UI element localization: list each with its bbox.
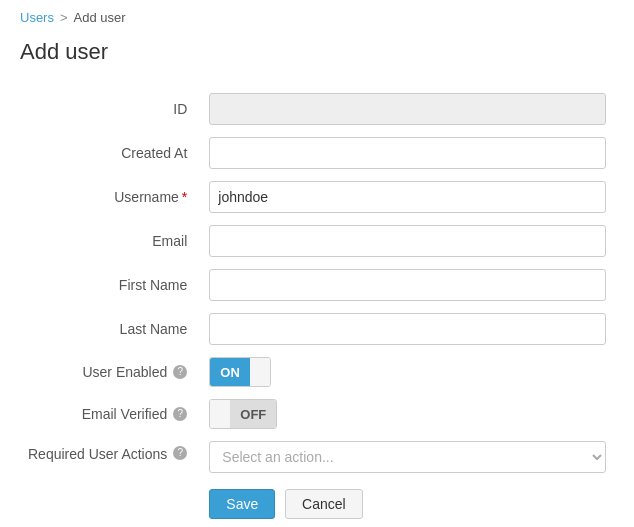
username-input[interactable] <box>209 181 606 213</box>
email-input[interactable] <box>209 225 606 257</box>
email-verified-on-button[interactable] <box>210 400 230 428</box>
email-verified-toggle[interactable]: OFF <box>209 399 277 429</box>
form-row-created-at: Created At <box>20 131 614 175</box>
first-name-input[interactable] <box>209 269 606 301</box>
created-at-label: Created At <box>20 131 201 175</box>
form-row-required-actions: Required User Actions ? Select an action… <box>20 435 614 479</box>
form-row-id: ID <box>20 87 614 131</box>
save-button[interactable]: Save <box>209 489 275 519</box>
form-row-email: Email <box>20 219 614 263</box>
id-input <box>209 93 606 125</box>
user-enabled-off-button[interactable] <box>250 358 270 386</box>
email-verified-off-button[interactable]: OFF <box>230 400 276 428</box>
required-actions-help-icon[interactable]: ? <box>173 446 187 460</box>
email-label: Email <box>20 219 201 263</box>
user-enabled-on-button[interactable]: ON <box>210 358 250 386</box>
last-name-label: Last Name <box>20 307 201 351</box>
breadcrumb-separator: > <box>60 10 68 25</box>
required-star: * <box>182 189 187 205</box>
id-label: ID <box>20 87 201 131</box>
last-name-input[interactable] <box>209 313 606 345</box>
email-verified-label: Email Verified ? <box>20 393 201 435</box>
form-row-username: Username * <box>20 175 614 219</box>
page-title: Add user <box>20 39 614 65</box>
form-row-first-name: First Name <box>20 263 614 307</box>
email-verified-help-icon[interactable]: ? <box>173 407 187 421</box>
breadcrumb-users-link[interactable]: Users <box>20 10 54 25</box>
form-row-last-name: Last Name <box>20 307 614 351</box>
required-actions-label: Required User Actions ? <box>20 435 201 479</box>
form-actions-row: Save Cancel <box>20 479 614 525</box>
form-row-email-verified: Email Verified ? OFF <box>20 393 614 435</box>
add-user-form: ID Created At Username * <box>20 87 614 525</box>
user-enabled-label: User Enabled ? <box>20 351 201 393</box>
breadcrumb: Users > Add user <box>20 10 614 25</box>
first-name-label: First Name <box>20 263 201 307</box>
user-enabled-toggle[interactable]: ON <box>209 357 271 387</box>
user-enabled-help-icon[interactable]: ? <box>173 365 187 379</box>
breadcrumb-current: Add user <box>74 10 126 25</box>
form-row-user-enabled: User Enabled ? ON <box>20 351 614 393</box>
created-at-input[interactable] <box>209 137 606 169</box>
username-label: Username * <box>20 175 201 219</box>
required-actions-select[interactable]: Select an action... <box>209 441 606 473</box>
cancel-button[interactable]: Cancel <box>285 489 363 519</box>
